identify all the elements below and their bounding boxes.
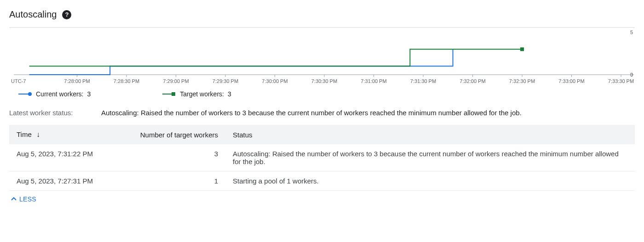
cell-time: Aug 5, 2023, 7:31:22 PM [9,144,120,171]
svg-text:7:31:30 PM: 7:31:30 PM [410,78,436,84]
autoscaling-chart: 7:28:00 PM7:28:30 PM7:29:00 PM7:29:30 PM… [9,27,635,85]
svg-text:7:29:00 PM: 7:29:00 PM [163,78,189,84]
cell-time: Aug 5, 2023, 7:27:31 PM [9,171,120,191]
svg-text:7:28:30 PM: 7:28:30 PM [114,78,139,84]
svg-text:7:32:00 PM: 7:32:00 PM [460,78,485,84]
cell-target: 1 [120,171,225,191]
svg-rect-33 [172,92,175,96]
page-title: Autoscaling [9,9,57,20]
chevron-up-icon [11,196,17,202]
col-target-label: Number of target workers [140,131,218,139]
svg-text:5: 5 [630,30,633,35]
cell-status: Starting a pool of 1 workers. [225,171,635,191]
chart-legend: Current workers: 3 Target workers: 3 [9,90,635,98]
svg-text:7:30:00 PM: 7:30:00 PM [262,78,288,84]
less-button[interactable]: LESS [9,191,38,207]
svg-text:7:32:30 PM: 7:32:30 PM [509,78,535,84]
svg-text:7:30:30 PM: 7:30:30 PM [311,78,337,84]
latest-status-label: Latest worker status: [9,109,92,117]
legend-target-value: 3 [228,90,231,98]
help-icon[interactable]: ? [62,10,71,19]
col-target[interactable]: Number of target workers [120,125,225,144]
col-status-label: Status [233,131,253,139]
latest-status-text: Autoscaling: Raised the number of worker… [101,109,522,117]
less-button-label: LESS [19,195,36,203]
svg-point-31 [28,92,32,96]
svg-text:0: 0 [630,72,633,77]
cell-status: Autoscaling: Raised the number of worker… [225,144,635,171]
legend-target-workers: Target workers: 3 [162,90,231,98]
cell-target: 3 [120,144,225,171]
sort-desc-icon: ↓ [36,130,40,138]
svg-text:7:33:00 PM: 7:33:00 PM [558,78,584,84]
legend-current-value: 3 [87,90,91,98]
events-table: Time ↓ Number of target workers Status A… [9,125,635,191]
table-row: Aug 5, 2023, 7:27:31 PM1Starting a pool … [9,171,635,191]
col-time-label: Time [17,130,32,138]
col-time[interactable]: Time ↓ [9,125,120,144]
svg-text:7:31:00 PM: 7:31:00 PM [361,78,386,84]
legend-current-marker-icon [18,91,32,97]
svg-text:7:29:30 PM: 7:29:30 PM [213,78,238,84]
svg-text:UTC-7: UTC-7 [11,78,26,84]
legend-target-label: Target workers: [180,90,224,98]
svg-text:7:28:00 PM: 7:28:00 PM [64,78,90,84]
col-status[interactable]: Status [225,125,635,144]
legend-target-marker-icon [162,91,176,97]
svg-rect-29 [520,47,524,51]
svg-text:7:33:30 PM: 7:33:30 PM [608,78,634,84]
legend-current-label: Current workers: [36,90,83,98]
table-row: Aug 5, 2023, 7:31:22 PM3Autoscaling: Rai… [9,144,635,171]
legend-current-workers: Current workers: 3 [18,90,91,98]
